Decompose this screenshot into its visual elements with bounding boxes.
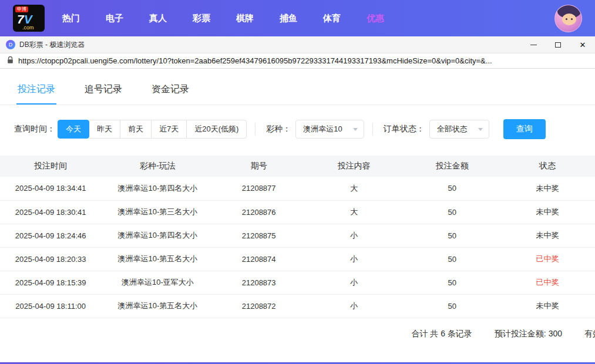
summary-bar: 合计 共 6 条记录 预计投注金额: 300 有效投注金 [0,318,595,348]
nav-item-fishing[interactable]: 捕鱼 [280,13,297,24]
bet-amount-cell: 50 [405,224,500,247]
summary-valid: 有效投注金 [584,329,595,339]
status-cell: 未中奖 [500,294,595,318]
nav-item-lottery[interactable]: 彩票 [193,13,210,24]
game-play-cell: 澳洲幸运10-第五名大小 [101,247,214,271]
bet-content-cell: 小 [304,294,405,318]
lottery-filter-label: 彩种： [266,124,291,134]
bet-time-cell: 2025-04-09 18:11:00 [0,294,101,318]
bet-amount-cell: 50 [405,247,500,271]
nav-item-slots[interactable]: 电子 [106,13,123,24]
status-cell: 未中奖 [500,177,595,200]
table-header-row: 投注时间 彩种-玩法 期号 投注内容 投注金额 状态 [0,156,595,177]
game-play-cell: 澳洲幸运10-第五名大小 [101,294,214,318]
bet-amount-cell: 50 [405,271,500,294]
lottery-select-value: 澳洲幸运10 [303,124,342,134]
address-bar[interactable]: https://ctopcp02pcali.uengi5e.com/lotter… [0,53,595,69]
site-nav: 热门 电子 真人 彩票 棋牌 捕鱼 体育 优惠 [62,13,410,24]
bet-time-cell: 2025-04-09 18:15:39 [0,271,101,294]
bet-content-cell: 大 [304,177,405,200]
issue-cell: 21208877 [214,177,304,200]
bet-table-body: 2025-04-09 18:34:41澳洲幸运10-第四名大小21208877大… [0,177,595,318]
header-bet-amount: 投注金额 [405,156,500,177]
close-button[interactable]: ✕ [570,36,595,53]
maximize-button[interactable] [546,36,570,53]
bet-time-cell: 2025-04-09 18:20:33 [0,247,101,271]
header-bet-content: 投注内容 [304,156,405,177]
header-status: 状态 [500,156,595,177]
header-game-play: 彩种-玩法 [101,156,214,177]
order-status-value: 全部状态 [437,124,468,134]
game-play-cell: 澳洲幸运10-第三名大小 [101,200,214,224]
maximize-icon [555,42,561,48]
bet-content-cell: 小 [304,247,405,271]
table-row: 2025-04-09 18:11:00澳洲幸运10-第五名大小21208872小… [0,294,595,318]
user-avatar[interactable] [554,5,582,32]
order-status-select[interactable]: 全部状态 [429,120,489,139]
game-play-cell: 澳洲幸运10-第四名大小 [101,177,214,200]
status-cell: 已中奖 [500,247,595,271]
time-option-7days[interactable]: 近7天 [152,120,187,139]
header-issue: 期号 [214,156,304,177]
time-option-today[interactable]: 今天 [58,120,89,139]
game-play-cell: 澳洲幸运10-第四名大小 [101,224,214,247]
url-text[interactable]: https://ctopcp02pcali.uengi5e.com/lotter… [18,56,588,65]
bet-records-table: 投注时间 彩种-玩法 期号 投注内容 投注金额 状态 2025-04-09 18… [0,156,595,318]
divider [255,123,256,136]
site-logo[interactable]: 申博 7V .com [13,5,45,32]
tab-chase-records[interactable]: 追号记录 [83,75,123,105]
status-cell: 未中奖 [500,224,595,247]
chevron-down-icon [353,128,358,131]
table-row: 2025-04-09 18:30:41澳洲幸运10-第三名大小21208876大… [0,200,595,224]
bet-amount-cell: 50 [405,294,500,318]
table-row: 2025-04-09 18:34:41澳洲幸运10-第四名大小21208877大… [0,177,595,200]
window-controls: ✕ [521,36,595,53]
screen: { "site": { "logo_badge": "申博", "logo_ma… [0,0,595,364]
summary-expected: 预计投注金额: 300 [495,329,562,339]
time-option-yesterday[interactable]: 昨天 [89,120,120,139]
nav-item-cards[interactable]: 棋牌 [236,13,254,24]
lottery-records-page: 投注记录 追号记录 资金记录 查询时间： 今天 昨天 前天 近7天 近20天(低… [0,75,595,348]
issue-cell: 21208876 [214,200,304,224]
chevron-down-icon [478,128,483,131]
tab-bet-records[interactable]: 投注记录 [16,75,56,105]
bet-time-cell: 2025-04-09 18:24:46 [0,224,101,247]
nav-item-sports[interactable]: 体育 [323,13,341,24]
browser-window-icon: D [6,40,15,49]
lottery-select[interactable]: 澳洲幸运10 [295,120,364,139]
table-row: 2025-04-09 18:24:46澳洲幸运10-第四名大小21208875小… [0,224,595,247]
bet-time-cell: 2025-04-09 18:30:41 [0,200,101,224]
bet-content-cell: 小 [304,224,405,247]
logo-suffix: .com [22,25,34,31]
status-cell: 未中奖 [500,200,595,224]
game-play-cell: 澳洲幸运10-亚军大小 [101,271,214,294]
status-filter-label: 订单状态： [384,124,425,134]
issue-cell: 21208874 [214,247,304,271]
header-bet-time: 投注时间 [0,156,101,177]
table-row: 2025-04-09 18:20:33澳洲幸运10-第五名大小21208874小… [0,247,595,271]
tab-fund-records[interactable]: 资金记录 [150,75,190,105]
bet-time-cell: 2025-04-09 18:34:41 [0,177,101,200]
bet-content-cell: 大 [304,200,405,224]
avatar-face [562,14,576,25]
query-button[interactable]: 查询 [503,119,546,139]
issue-cell: 21208873 [214,271,304,294]
nav-item-hot[interactable]: 热门 [62,13,80,24]
status-cell: 已中奖 [500,271,595,294]
issue-cell: 21208872 [214,294,304,318]
filter-bar: 查询时间： 今天 昨天 前天 近7天 近20天(低频) 彩种： 澳洲幸运10 订… [0,105,595,151]
table-row: 2025-04-09 18:15:39澳洲幸运10-亚军大小21208873小5… [0,271,595,294]
time-option-day-before[interactable]: 前天 [120,120,152,139]
time-option-20days[interactable]: 近20天(低频) [187,120,247,139]
browser-title-bar: D DB彩票 - 极速浏览器 ✕ [0,36,595,53]
record-tabs: 投注记录 追号记录 资金记录 [0,75,595,105]
minimize-button[interactable] [521,36,546,53]
issue-cell: 21208875 [214,224,304,247]
nav-item-promo[interactable]: 优惠 [367,13,384,24]
nav-item-live[interactable]: 真人 [149,13,167,24]
bet-amount-cell: 50 [405,200,500,224]
minimize-icon [530,45,537,45]
window-title: DB彩票 - 极速浏览器 [19,40,85,50]
bet-amount-cell: 50 [405,177,500,200]
time-filter-group: 今天 昨天 前天 近7天 近20天(低频) [58,120,247,139]
